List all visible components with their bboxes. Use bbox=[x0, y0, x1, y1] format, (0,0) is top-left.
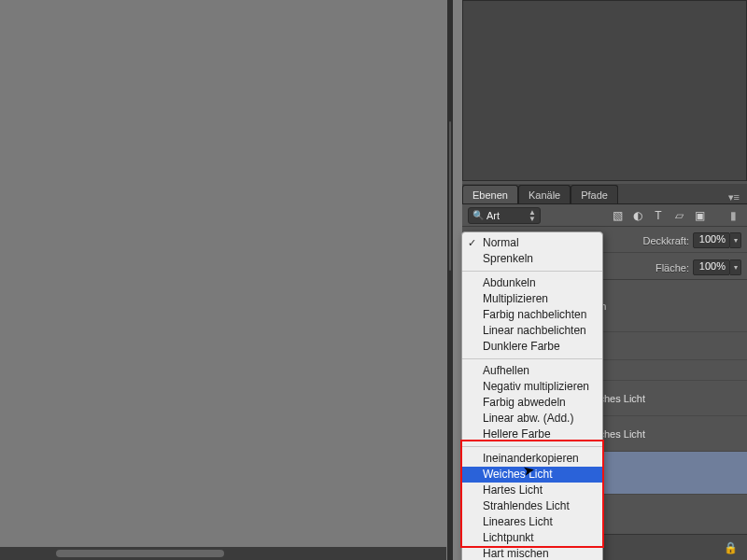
blend-mode-dissolve[interactable]: Sprenkeln bbox=[462, 251, 602, 267]
filter-shape-icon[interactable]: ▱ bbox=[670, 207, 687, 224]
lock-icon[interactable]: 🔒 bbox=[724, 541, 738, 554]
blend-mode-normal[interactable]: Normal bbox=[462, 235, 602, 251]
tab-channels[interactable]: Kanäle bbox=[518, 185, 571, 203]
blend-mode-darken[interactable]: Abdunkeln bbox=[462, 275, 602, 291]
opacity-dropdown-arrow[interactable]: ▾ bbox=[730, 232, 741, 248]
layer-toolbar: 🔍 Art ▲▼ ▧ ◐ T ▱ ▣ ▮ bbox=[462, 204, 747, 227]
tab-paths[interactable]: Pfade bbox=[571, 185, 618, 203]
tab-layers[interactable]: Ebenen bbox=[462, 185, 518, 203]
fill-dropdown-arrow[interactable]: ▾ bbox=[730, 259, 741, 275]
search-icon: 🔍 bbox=[472, 210, 484, 220]
opacity-label: Deckkraft: bbox=[642, 235, 689, 246]
blend-mode-darker-color[interactable]: Dunklere Farbe bbox=[462, 339, 602, 355]
filter-toggle-icon[interactable]: ▮ bbox=[725, 207, 741, 224]
blend-mode-lighter-color[interactable]: Hellere Farbe bbox=[462, 427, 602, 442]
blend-mode-menu[interactable]: Normal Sprenkeln Abdunkeln Multipliziere… bbox=[461, 231, 603, 560]
blend-mode-lighten[interactable]: Aufhellen bbox=[462, 363, 602, 379]
scrollbar-thumb[interactable] bbox=[56, 550, 224, 557]
panel-menu-icon[interactable]: ▾≡ bbox=[725, 191, 743, 203]
filter-adjustment-icon[interactable]: ◐ bbox=[629, 207, 646, 224]
filter-pixel-icon[interactable]: ▧ bbox=[609, 207, 626, 224]
blend-mode-hard-light[interactable]: Hartes Licht bbox=[462, 483, 602, 498]
canvas-scrollbar-horizontal[interactable] bbox=[0, 547, 446, 560]
layer-filter-dropdown[interactable]: 🔍 Art ▲▼ bbox=[468, 207, 541, 224]
preview-pane bbox=[462, 0, 747, 181]
fill-input[interactable]: 100% bbox=[693, 259, 730, 275]
blend-mode-linear-burn[interactable]: Linear nachbelichten bbox=[462, 323, 602, 339]
blend-mode-linear-light[interactable]: Lineares Licht bbox=[462, 514, 602, 530]
blend-mode-multiply[interactable]: Multiplizieren bbox=[462, 291, 602, 307]
panel-tabs: Ebenen Kanäle Pfade ▾≡ bbox=[462, 184, 747, 204]
filter-type-icon[interactable]: T bbox=[650, 207, 667, 224]
blend-mode-color-burn[interactable]: Farbig nachbelichten bbox=[462, 307, 602, 323]
blend-mode-pin-light[interactable]: Lichtpunkt bbox=[462, 530, 602, 546]
blend-mode-screen[interactable]: Negativ multiplizieren bbox=[462, 379, 602, 395]
fill-label: Fläche: bbox=[655, 262, 689, 273]
panel-divider[interactable] bbox=[447, 0, 453, 560]
blend-mode-color-dodge[interactable]: Farbig abwedeln bbox=[462, 395, 602, 411]
blend-mode-hard-mix[interactable]: Hart mischen bbox=[462, 546, 602, 560]
opacity-input[interactable]: 100% bbox=[693, 232, 730, 248]
blend-mode-vivid-light[interactable]: Strahlendes Licht bbox=[462, 498, 602, 514]
chevron-updown-icon: ▲▼ bbox=[529, 209, 536, 222]
layer-filter-label: Art bbox=[486, 210, 500, 221]
canvas-area[interactable] bbox=[0, 0, 447, 560]
blend-mode-linear-dodge[interactable]: Linear abw. (Add.) bbox=[462, 411, 602, 427]
filter-smartobject-icon[interactable]: ▣ bbox=[691, 207, 708, 224]
